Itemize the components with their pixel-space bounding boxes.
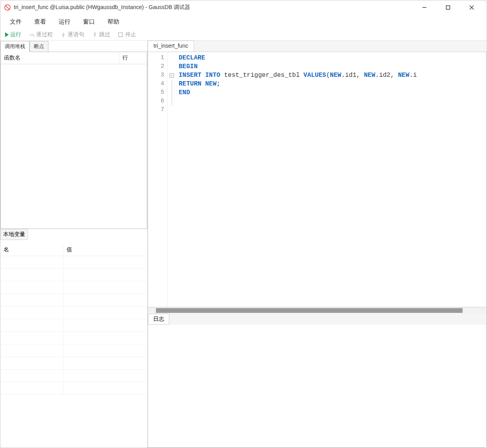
left-tabstrip: 调用堆栈 断点 [0,41,147,52]
menubar: 文件 查看 运行 窗口 帮助 [0,15,487,29]
minimize-button[interactable] [417,2,431,13]
code-line: DECLARE [179,54,483,62]
tab-log[interactable]: 日志 [148,314,169,325]
log-tabstrip: 日志 [148,314,486,325]
window-controls [417,2,483,13]
callstack-panel: 函数名 行 [0,52,147,229]
step-into-button: 逐语句 [58,30,87,39]
menu-window[interactable]: 窗口 [77,16,101,28]
stop-icon [118,32,124,37]
svg-line-1 [6,6,9,9]
table-row [0,332,147,344]
window-title: tri_insert_func @Luisa.public (HWgaussdb… [14,4,190,11]
step-into-icon [61,32,66,37]
scrollbar-thumb[interactable] [156,308,463,313]
app-window: tri_insert_func @Luisa.public (HWgaussdb… [0,0,487,448]
editor-tabstrip: tri_insert_func [148,41,487,52]
callstack-body [1,64,147,229]
svg-point-6 [33,35,35,36]
table-row [0,281,147,294]
play-icon [5,32,9,37]
step-out-label: 跳过 [99,31,110,38]
callstack-header: 函数名 行 [1,52,147,64]
col-line[interactable]: 行 [119,52,147,64]
table-row [0,357,147,370]
toolbar: 运行 逐过程 逐语句 跳过 停止 [0,29,487,41]
main-area: 调用堆栈 断点 函数名 行 本地变量 名 值 [0,41,487,448]
col-var-name[interactable]: 名 [0,244,63,256]
titlebar: tri_insert_func @Luisa.public (HWgaussdb… [0,0,487,15]
maximize-button[interactable] [441,2,455,13]
step-out-icon [92,32,98,37]
log-body[interactable] [148,325,486,447]
log-panel: 日志 [148,314,487,448]
step-over-label: 逐过程 [36,31,53,38]
code-editor[interactable]: 1 2 3 4 5 6 7 − DECLAREBEGINI [148,52,487,307]
table-row [0,319,147,332]
editor-hscrollbar[interactable] [148,307,487,314]
code-line: BEGIN [179,62,483,71]
step-out-button: 跳过 [90,30,113,39]
editor-tab-active[interactable]: tri_insert_func [148,41,194,52]
app-icon [4,4,11,11]
code-content[interactable]: DECLAREBEGININSERT INTO test_trigger_des… [176,52,486,307]
localvars-panel: 本地变量 名 值 [0,229,147,448]
line-number: 6 [148,97,164,106]
menu-view[interactable]: 查看 [28,16,52,28]
svg-rect-3 [446,6,450,9]
table-row [0,256,147,269]
stop-label: 停止 [125,31,136,38]
localvars-body [0,256,147,448]
localvars-header-row: 名 值 [0,244,147,256]
svg-point-10 [94,32,96,33]
line-number: 1 [148,54,164,62]
table-row [0,382,147,395]
run-label: 运行 [10,31,21,38]
table-row [0,344,147,357]
line-number: 7 [148,106,164,114]
table-row [0,269,147,281]
fold-gutter: − [168,52,176,307]
menu-help[interactable]: 帮助 [101,16,126,28]
table-row [0,370,147,382]
menu-file[interactable]: 文件 [4,16,28,28]
tab-callstack[interactable]: 调用堆栈 [0,41,30,52]
step-over-button: 逐过程 [27,30,55,39]
line-number: 2 [148,62,164,71]
line-number: 5 [148,88,164,97]
close-button[interactable] [465,2,479,13]
stop-button: 停止 [116,30,139,39]
line-number: 4 [148,80,164,88]
svg-rect-11 [119,33,122,37]
fold-toggle-icon[interactable]: − [170,73,174,78]
table-row [0,307,147,319]
code-line: INSERT INTO test_trigger_des_tbl VALUES(… [179,71,483,80]
line-gutter: 1 2 3 4 5 6 7 [148,52,168,307]
col-var-value[interactable]: 值 [63,244,147,256]
tab-breakpoints[interactable]: 断点 [30,41,48,52]
run-button[interactable]: 运行 [3,30,24,39]
table-row [0,294,147,307]
localvars-title[interactable]: 本地变量 [0,229,28,240]
code-line: END [179,88,483,97]
col-func-name[interactable]: 函数名 [1,52,119,64]
step-over-icon [29,32,35,37]
right-pane: tri_insert_func 1 2 3 4 5 6 7 − [148,41,487,448]
svg-point-8 [63,36,64,37]
step-into-label: 逐语句 [68,31,84,38]
menu-run[interactable]: 运行 [52,16,77,28]
code-line: RETURN NEW; [179,80,483,88]
left-pane: 调用堆栈 断点 函数名 行 本地变量 名 值 [0,41,148,448]
line-number: 3 [148,71,164,80]
